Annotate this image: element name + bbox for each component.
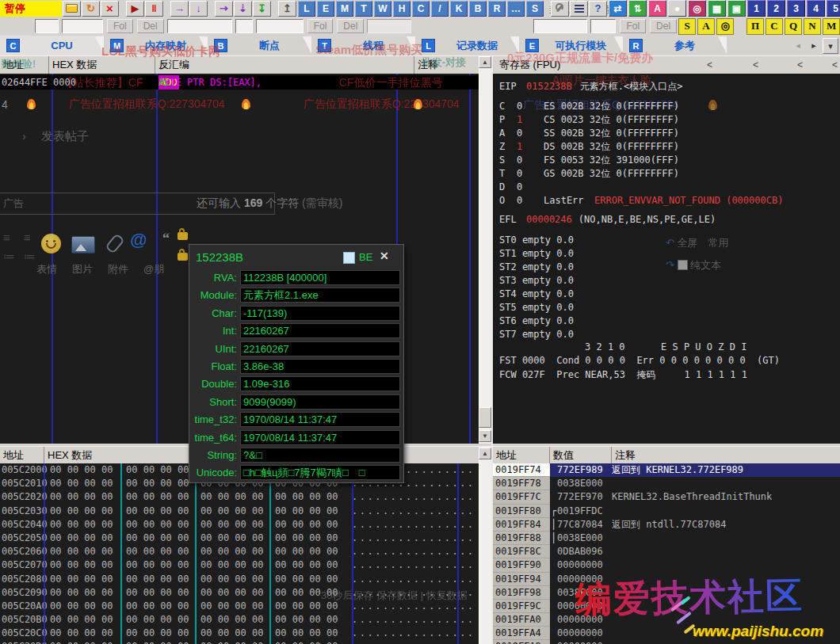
appearance-list-button[interactable]	[570, 1, 588, 17]
tab-log-data[interactable]: L 记录数据	[415, 36, 519, 55]
hex-dump-row[interactable]: 005C2080 00 00 00 00 00 00 00 00 00 00 0…	[0, 573, 479, 586]
log-panel-button[interactable]: L	[298, 1, 315, 17]
hex-dump-row[interactable]: 005C20D0 00 00 00 00 00 00 00 00 00 00 0…	[0, 640, 479, 644]
toolbar-field-4[interactable]	[235, 19, 253, 33]
tab-scroll-left-button[interactable]: ◂	[791, 38, 805, 52]
open-file-button[interactable]	[63, 1, 81, 17]
hex-dump-row[interactable]: 005C2040 00 00 00 00 00 00 00 00 00 00 0…	[0, 518, 479, 532]
popup-field-value[interactable]: □h□触ц頻□7胟7鞨7瞔□ □	[240, 465, 400, 480]
registers-collapse-icon[interactable]: <	[832, 56, 838, 74]
flag-register-row[interactable]: P1CS 0023 32位 0(FFFFFFFF)	[499, 113, 783, 127]
fpu-st-row[interactable]: ST1 empty 0.0	[499, 247, 574, 261]
popup-field-value[interactable]: 1.09e-316	[240, 376, 400, 391]
desktop-2-button[interactable]: 2	[767, 0, 785, 17]
fol-button-2[interactable]: Fol	[307, 19, 334, 33]
hexdump-scrollbar-track[interactable]	[479, 446, 492, 644]
register-eip-row[interactable]: EIP0152238B元素方框.<模块入口点>	[499, 80, 682, 93]
hex-dump-row[interactable]: 005C2060 00 00 00 00 00 00 00 00 00 00 0…	[0, 545, 479, 558]
stack-row-selected[interactable]: 0019FF74 772EF989 返回到 KERNEL32.772EF989	[493, 463, 840, 477]
flag-register-row[interactable]: Z1DS 002B 32位 0(FFFFFFFF)	[499, 140, 783, 154]
run-button[interactable]: ▶	[126, 1, 144, 17]
popup-field-value[interactable]: 元素方框2.1.exe	[240, 288, 400, 303]
stack-row[interactable]: 0019FF78 0038E000	[493, 477, 840, 490]
go-to-entry-button[interactable]: ↥	[278, 1, 296, 17]
plugin-m-button[interactable]: M	[823, 18, 840, 35]
fol-button-3[interactable]: Fol	[620, 19, 646, 33]
target-plugin-button[interactable]: ◎	[688, 0, 706, 17]
hex-dump-row[interactable]: 005C2050 00 00 00 00 00 00 00 00 00 00 0…	[0, 532, 479, 545]
fpu-st-row[interactable]: ST4 empty 0.0	[499, 288, 574, 301]
close-icon[interactable]: ✕	[380, 250, 389, 262]
fpu-fcw-row[interactable]: FCW 027F Prec NEAR,53 掩码 1 1 1 1 1 1	[499, 368, 747, 382]
fpu-st-row[interactable]: ST6 empty 0.0	[499, 314, 574, 328]
grid-plugin-button[interactable]: ▦	[708, 0, 726, 17]
stack-row[interactable]: 0019FF7C 772EF970 KERNEL32.BaseThreadIni…	[493, 490, 840, 504]
scroll-up-icon[interactable]: ▲	[479, 448, 491, 459]
stack-row[interactable]: 0019FF84 │77C87084 返回到 ntdll.77C87084	[493, 518, 840, 532]
stack-row[interactable]: 0019FF88 │0038E000	[493, 532, 840, 545]
breakpoints-panel-button[interactable]: B	[469, 1, 487, 17]
flag-register-row-o[interactable]: O0LastErrERROR_ENVVAR_NOT_FOUND (000000C…	[499, 194, 783, 208]
animate-into-button[interactable]: ⇢	[215, 1, 233, 17]
pause-button[interactable]: ‖	[145, 1, 163, 17]
plugin-a-button[interactable]: A	[697, 18, 715, 35]
toolbar-field-5[interactable]	[256, 19, 304, 33]
hex-dump-row[interactable]: 005C2020 00 00 00 00 00 00 00 00 00 00 0…	[0, 490, 479, 504]
restart-button[interactable]: ↻	[82, 1, 100, 17]
screen-plugin-button[interactable]: ▣	[727, 0, 746, 17]
flag-register-row[interactable]: C0ES 002B 32位 0(FFFFFFFF)	[499, 100, 783, 113]
popup-field-value[interactable]: -117(139)	[240, 306, 400, 321]
fpu-st-row[interactable]: ST2 empty 0.0	[499, 261, 574, 274]
call-stack-panel-button[interactable]: K	[450, 1, 468, 17]
toolbar-field-2[interactable]	[62, 19, 103, 33]
fpu-fst-row[interactable]: FST 0000 Cond 0 0 0 0 Err 0 0 0 0 0 0 0 …	[499, 355, 780, 366]
run-trace-panel-button[interactable]: …	[507, 1, 525, 17]
executables-panel-button[interactable]: E	[317, 1, 334, 17]
del-button-2[interactable]: Del	[337, 19, 364, 33]
stack-row[interactable]: 0019FF90 00000000	[493, 558, 840, 572]
desktop-1-button[interactable]: 1	[747, 0, 766, 17]
references-panel-button[interactable]: R	[488, 1, 506, 17]
fol-button-1[interactable]: Fol	[107, 19, 133, 33]
popup-field-value[interactable]: 1970/08/14 11:37:47	[240, 412, 400, 427]
step-over-button[interactable]: ↓	[189, 1, 208, 17]
toolbar-field-6[interactable]	[367, 19, 411, 33]
desktop-3-button[interactable]: 3	[787, 0, 805, 17]
hex-dump-row[interactable]: 005C2070 00 00 00 00 00 00 00 00 00 00 0…	[0, 558, 479, 572]
register-efl-row[interactable]: EFL00000246(NO,NB,E,BE,NS,PE,GE,LE)	[499, 214, 716, 225]
popup-field-value[interactable]: 3.86e-38	[240, 359, 400, 374]
fpu-st-row[interactable]: ST5 empty 0.0	[499, 301, 574, 314]
windows-panel-button[interactable]: W	[374, 1, 391, 17]
scroll-up-icon[interactable]: ▲	[479, 56, 491, 68]
desktop-5-button[interactable]: 5	[827, 0, 840, 17]
stack-row[interactable]: 0019FF8C 0DBAB096	[493, 545, 840, 558]
registers-collapse-icon[interactable]: <	[797, 56, 803, 74]
stack-row[interactable]: 0019FFA8 00000000	[493, 640, 840, 644]
registers-pane[interactable]: Ai照片一键去衣人脸 广告位置招租联系Q:227304704 ↶ 全屏 常用 ↷…	[493, 74, 840, 444]
tab-scroll-right-button[interactable]: ▸	[807, 38, 821, 52]
popup-field-value[interactable]: ?&□	[240, 448, 400, 463]
popup-field-value[interactable]: 22160267	[240, 341, 400, 356]
help-button[interactable]: ?	[589, 1, 607, 17]
fpu-st-row[interactable]: ST3 empty 0.0	[499, 274, 574, 288]
memory-panel-button[interactable]: M	[336, 1, 353, 17]
updown-plugin-button[interactable]: ⇅	[628, 0, 647, 17]
toolbar-field-8[interactable]	[590, 19, 616, 33]
popup-field-value[interactable]: 9099(9099)	[240, 394, 400, 410]
popup-field-value[interactable]: 1970/08/14 11:37:47	[240, 430, 400, 445]
plugin-n-button[interactable]: N	[804, 18, 821, 35]
flag-register-row[interactable]: D0	[499, 181, 783, 194]
plugin-pi-button[interactable]: Π	[746, 18, 764, 35]
tab-dropdown-button[interactable]: ▾	[823, 38, 838, 54]
tab-cpu[interactable]: C CPU	[0, 36, 104, 55]
del-button-1[interactable]: Del	[137, 19, 164, 33]
fpu-st-row[interactable]: ST0 empty 0.0	[499, 234, 574, 247]
popup-titlebar[interactable]: 152238B BE ✕	[189, 245, 403, 269]
registers-collapse-icon[interactable]: <	[707, 56, 712, 74]
patches-panel-button[interactable]: /	[431, 1, 449, 17]
registers-collapse-icon[interactable]: <	[753, 56, 758, 74]
flag-register-row[interactable]: T0GS 002B 32位 0(FFFFFFFF)	[499, 167, 783, 181]
hex-dump-row[interactable]: 005C2030 00 00 00 00 00 00 00 00 00 00 0…	[0, 505, 479, 518]
scroll-down-icon[interactable]: ▼	[479, 430, 491, 442]
pin-plugin-button[interactable]: ◎	[716, 18, 734, 35]
